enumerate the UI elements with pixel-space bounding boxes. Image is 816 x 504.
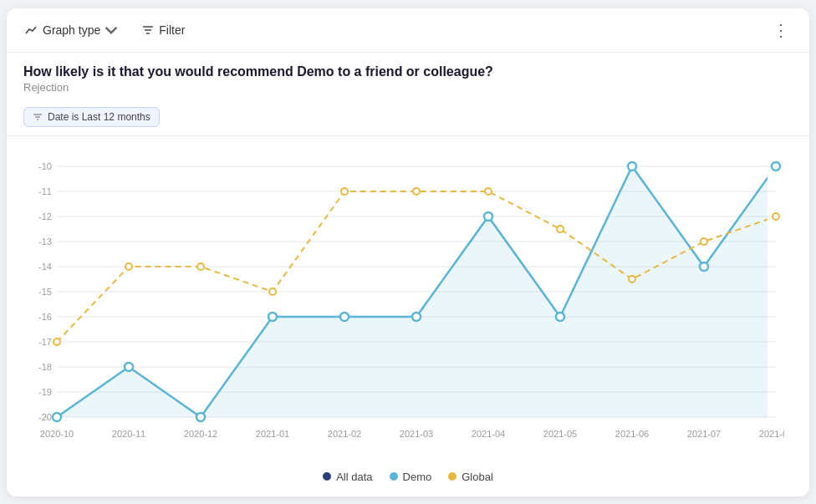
main-card: Graph type Filter ⋮ How likely is it tha… <box>7 8 809 496</box>
chart-title: How likely is it that you would recommen… <box>23 64 793 79</box>
svg-text:2021-06: 2021-06 <box>615 429 649 439</box>
global-point <box>485 188 492 195</box>
svg-text:2021-04: 2021-04 <box>472 429 505 439</box>
svg-text:2021-05: 2021-05 <box>543 429 577 439</box>
filter-small-icon <box>33 112 43 122</box>
global-point <box>413 188 420 195</box>
demo-point <box>628 162 636 171</box>
global-point <box>54 339 60 345</box>
more-icon: ⋮ <box>773 21 789 39</box>
filter-bar: Date is Last 12 months <box>7 100 809 135</box>
svg-text:2021-01: 2021-01 <box>256 429 289 439</box>
filter-button[interactable]: Filter <box>136 20 190 40</box>
legend-all-data[interactable]: All data <box>323 471 372 483</box>
demo-dot <box>390 472 398 481</box>
demo-point <box>556 313 564 321</box>
global-point <box>773 213 779 220</box>
global-point <box>125 263 132 270</box>
legend-demo[interactable]: Demo <box>390 471 432 483</box>
svg-text:2021-02: 2021-02 <box>328 429 361 439</box>
demo-label: Demo <box>403 471 432 483</box>
more-options-button[interactable]: ⋮ <box>766 17 796 43</box>
svg-text:-11: -11 <box>38 186 52 196</box>
svg-text:-13: -13 <box>38 237 52 247</box>
demo-point <box>125 363 133 371</box>
demo-point <box>268 313 277 321</box>
svg-text:-15: -15 <box>38 287 52 297</box>
chart-legend: All data Demo Global <box>7 462 809 496</box>
all-data-dot <box>323 472 331 481</box>
svg-text:-10: -10 <box>38 161 52 171</box>
global-point <box>269 288 276 295</box>
chart-area: -10 -11 -12 -13 -14 -15 -16 -17 -18 -19 … <box>7 136 809 462</box>
chart-line-icon <box>25 23 38 37</box>
demo-point <box>484 212 492 221</box>
svg-text:-14: -14 <box>38 262 52 272</box>
toolbar-left: Graph type Filter <box>20 20 190 40</box>
svg-text:-16: -16 <box>38 312 52 322</box>
global-dot <box>448 472 456 481</box>
toolbar: Graph type Filter ⋮ <box>7 8 809 53</box>
demo-point <box>700 262 708 271</box>
demo-point <box>772 162 780 171</box>
demo-point <box>340 313 349 321</box>
global-point <box>557 226 564 232</box>
svg-text:2020-11: 2020-11 <box>112 429 145 439</box>
graph-type-button[interactable]: Graph type <box>20 20 123 40</box>
date-filter-tag[interactable]: Date is Last 12 months <box>23 107 160 127</box>
global-point <box>341 188 348 195</box>
global-point <box>197 263 204 270</box>
global-label: Global <box>462 471 493 483</box>
demo-point <box>412 313 421 321</box>
filter-label: Filter <box>159 23 185 37</box>
global-point <box>701 238 707 245</box>
global-point <box>629 276 635 283</box>
chart-subtitle: Rejection <box>23 81 793 94</box>
chart-svg: -10 -11 -12 -13 -14 -15 -16 -17 -18 -19 … <box>15 150 784 451</box>
filter-icon <box>141 23 155 37</box>
chevron-down-icon <box>105 23 118 37</box>
svg-text:2021-08: 2021-08 <box>759 429 784 439</box>
demo-point <box>196 413 205 421</box>
legend-global[interactable]: Global <box>448 471 493 483</box>
svg-text:2021-07: 2021-07 <box>687 429 721 439</box>
svg-text:-17: -17 <box>38 337 52 347</box>
graph-type-label: Graph type <box>43 23 100 37</box>
all-data-label: All data <box>336 471 372 483</box>
svg-text:2021-03: 2021-03 <box>400 429 433 439</box>
svg-text:2020-12: 2020-12 <box>184 429 217 439</box>
date-filter-label: Date is Last 12 months <box>48 111 150 123</box>
svg-text:-19: -19 <box>38 387 52 397</box>
demo-point <box>53 413 61 421</box>
svg-text:2020-10: 2020-10 <box>40 429 74 439</box>
svg-text:-20: -20 <box>38 412 52 422</box>
chart-header: How likely is it that you would recommen… <box>7 53 809 100</box>
svg-text:-18: -18 <box>38 362 52 372</box>
svg-text:-12: -12 <box>38 211 52 221</box>
